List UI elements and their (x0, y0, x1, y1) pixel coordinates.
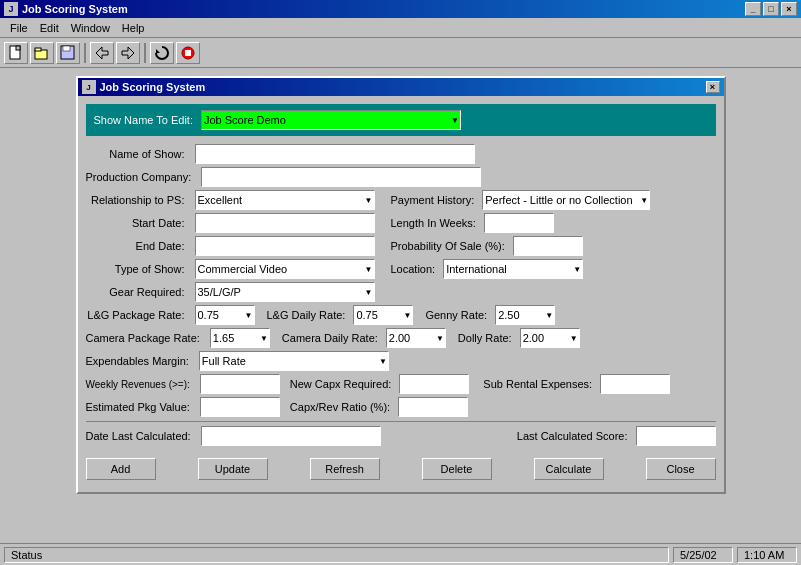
toolbar-separator-2 (144, 43, 146, 63)
window-title-bar: J Job Scoring System _ □ × (0, 0, 801, 18)
close-window-button[interactable]: × (781, 2, 797, 16)
svg-rect-10 (185, 50, 191, 56)
svg-marker-7 (122, 47, 134, 59)
show-name-select-wrap: Job Score Demo (201, 110, 461, 130)
last-score-input[interactable]: 252 (636, 426, 716, 446)
gear-row: Gear Required: 35/L/G/P (86, 282, 716, 302)
payment-history-select-wrap: Perfect - Little or no Collection requi (482, 190, 650, 210)
production-company-row: Production Company: Absolute Genius (86, 167, 716, 187)
lg-package-select[interactable]: 0.75 (195, 305, 255, 325)
toolbar-refresh-button[interactable] (150, 42, 174, 64)
payment-history-select[interactable]: Perfect - Little or no Collection requi (482, 190, 650, 210)
dolly-rate-label: Dolly Rate: (458, 332, 516, 344)
last-score-label: Last Calculated Score: (517, 430, 632, 442)
relationship-label: Relationship to PS: (86, 194, 191, 206)
refresh-button[interactable]: Refresh (310, 458, 380, 480)
camera-pkg-select[interactable]: 1.65 (210, 328, 270, 348)
menu-help[interactable]: Help (116, 20, 151, 36)
main-area: J Job Scoring System × Show Name To Edit… (0, 68, 801, 543)
menu-file[interactable]: File (4, 20, 34, 36)
dialog-content: Show Name To Edit: Job Score Demo Name o… (78, 96, 724, 492)
expendables-select-wrap: Full Rate (199, 351, 389, 371)
capx-rev-label: Capx/Rev Ratio (%): (290, 401, 394, 413)
prob-sale-label: Probability Of Sale (%): (391, 240, 509, 252)
update-button[interactable]: Update (198, 458, 268, 480)
dolly-rate-select[interactable]: 2.00 (520, 328, 580, 348)
location-label: Location: (391, 263, 440, 275)
sub-rental-input[interactable]: $0.00 (600, 374, 670, 394)
expendables-select[interactable]: Full Rate (199, 351, 389, 371)
production-company-input[interactable]: Absolute Genius (201, 167, 481, 187)
status-text-panel: Status (4, 547, 669, 563)
menu-edit[interactable]: Edit (34, 20, 65, 36)
gear-required-select[interactable]: 35/L/G/P (195, 282, 375, 302)
section-divider (86, 421, 716, 422)
svg-rect-3 (35, 48, 41, 51)
sub-rental-label: Sub Rental Expenses: (483, 378, 596, 390)
toolbar-open-button[interactable] (30, 42, 54, 64)
show-name-label: Show Name To Edit: (94, 114, 193, 126)
toolbar-new-button[interactable] (4, 42, 28, 64)
lg-package-select-wrap: 0.75 (195, 305, 255, 325)
dialog-title: Job Scoring System (100, 81, 206, 93)
minimize-button[interactable]: _ (745, 2, 761, 16)
production-company-label: Production Company: (86, 171, 198, 183)
date-score-row: Date Last Calculated: 24 May 2002 Friday… (86, 426, 716, 446)
lg-daily-label: L&G Daily Rate: (267, 309, 350, 321)
svg-marker-8 (156, 49, 160, 53)
camera-daily-label: Camera Daily Rate: (282, 332, 382, 344)
toolbar-stop-button[interactable] (176, 42, 200, 64)
menu-window[interactable]: Window (65, 20, 116, 36)
weekly-rev-input[interactable]: $4,000.00 (200, 374, 280, 394)
svg-rect-1 (16, 46, 20, 50)
date-last-input[interactable]: 24 May 2002 Friday (201, 426, 381, 446)
genny-rate-select-wrap: 2.50 (495, 305, 555, 325)
show-name-select[interactable]: Job Score Demo (201, 110, 461, 130)
date-last-label: Date Last Calculated: (86, 430, 197, 442)
status-bar: Status 5/25/02 1:10 AM (0, 543, 801, 565)
menu-bar: File Edit Window Help (0, 18, 801, 38)
capx-rev-input[interactable]: 0 (398, 397, 468, 417)
name-of-show-input[interactable]: Job Score Demo (195, 144, 475, 164)
location-select[interactable]: International (443, 259, 583, 279)
end-date-input[interactable]: 01 May 2000 Monday (195, 236, 375, 256)
revenues-row: Weekly Revenues (>=): $4,000.00 New Capx… (86, 374, 716, 394)
prob-sale-input[interactable]: 50 (513, 236, 583, 256)
gear-required-label: Gear Required: (86, 286, 191, 298)
type-show-select[interactable]: Commercial Video (195, 259, 375, 279)
toolbar-save-button[interactable] (56, 42, 80, 64)
lg-daily-select-wrap: 0.75 (353, 305, 413, 325)
type-location-row: Type of Show: Commercial Video Location:… (86, 259, 716, 279)
time-panel: 1:10 AM (737, 547, 797, 563)
camera-daily-select[interactable]: 2.00 (386, 328, 446, 348)
add-button[interactable]: Add (86, 458, 156, 480)
toolbar-back-button[interactable] (90, 42, 114, 64)
start-date-input[interactable]: 01 January 2000 Saturday (195, 213, 375, 233)
dolly-rate-select-wrap: 2.00 (520, 328, 580, 348)
expendables-label: Expendables Margin: (86, 355, 195, 367)
job-scoring-dialog: J Job Scoring System × Show Name To Edit… (76, 76, 726, 494)
new-capx-input[interactable]: $0.00 (399, 374, 469, 394)
payment-history-label: Payment History: (391, 194, 479, 206)
close-button[interactable]: Close (646, 458, 716, 480)
calculate-button[interactable]: Calculate (534, 458, 604, 480)
lg-daily-select[interactable]: 0.75 (353, 305, 413, 325)
window-title: Job Scoring System (22, 3, 128, 15)
genny-rate-select[interactable]: 2.50 (495, 305, 555, 325)
camera-pkg-label: Camera Package Rate: (86, 332, 206, 344)
toolbar-separator-1 (84, 43, 86, 63)
weekly-rev-label: Weekly Revenues (>=): (86, 379, 196, 390)
dialog-close-button[interactable]: × (706, 81, 720, 93)
svg-rect-5 (63, 46, 70, 51)
maximize-button[interactable]: □ (763, 2, 779, 16)
est-pkg-input[interactable]: $72,000.00 (200, 397, 280, 417)
type-show-select-wrap: Commercial Video (195, 259, 375, 279)
gear-select-wrap: 35/L/G/P (195, 282, 375, 302)
lg-package-label: L&G Package Rate: (86, 309, 191, 321)
toolbar-forward-button[interactable] (116, 42, 140, 64)
relationship-select[interactable]: Excellent (195, 190, 375, 210)
length-weeks-input[interactable]: 18 (484, 213, 554, 233)
delete-button[interactable]: Delete (422, 458, 492, 480)
status-text: Status (11, 549, 42, 561)
end-date-prob-row: End Date: 01 May 2000 Monday Probability… (86, 236, 716, 256)
